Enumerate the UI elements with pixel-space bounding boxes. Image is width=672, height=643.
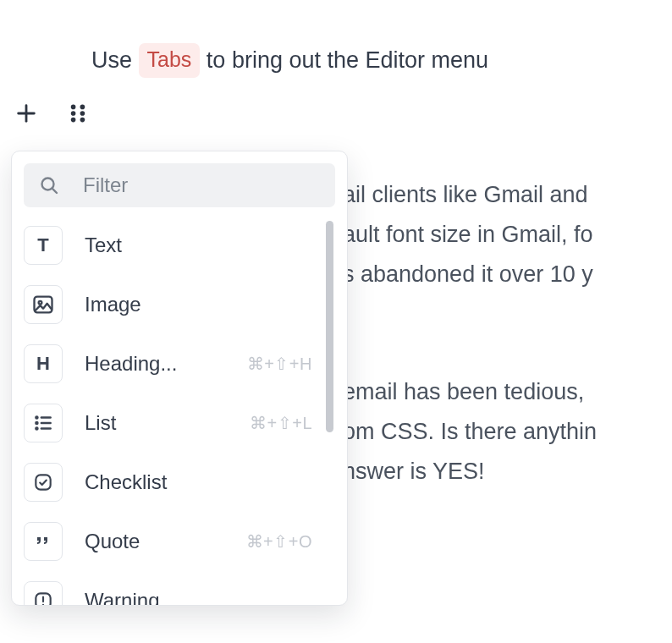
svg-point-7 [80, 118, 85, 123]
menu-item-label: Warning [85, 589, 333, 606]
svg-point-3 [80, 105, 85, 110]
menu-item-heading[interactable]: H Heading... ⌘+⇧+H [24, 339, 335, 388]
add-block-button[interactable] [14, 102, 38, 125]
tabs-badge: Tabs [139, 43, 201, 78]
menu-item-checklist[interactable]: Checklist [24, 458, 335, 507]
svg-point-4 [71, 111, 76, 116]
menu-list: T Text Image H Heading... ⌘+⇧+H List ⌘+⇧… [24, 221, 335, 606]
menu-item-shortcut: ⌘+⇧+O [246, 531, 333, 552]
menu-item-image[interactable]: Image [24, 280, 335, 329]
menu-item-label: Heading... [85, 352, 225, 376]
list-icon [24, 404, 63, 442]
svg-point-11 [39, 301, 42, 305]
bg-line: om CSS. Is there anythin [343, 412, 672, 452]
menu-item-quote[interactable]: Quote ⌘+⇧+O [24, 517, 335, 566]
bg-line: email has been tedious, [343, 372, 672, 412]
plus-icon [14, 102, 38, 125]
instruction-suffix: to bring out the Editor menu [207, 47, 488, 73]
text-icon: T [24, 226, 63, 265]
menu-item-text[interactable]: T Text [24, 221, 335, 270]
filter-field-wrapper[interactable] [24, 163, 335, 207]
drag-handle-icon [69, 102, 87, 124]
svg-point-6 [71, 118, 76, 123]
menu-item-shortcut: ⌘+⇧+L [250, 413, 333, 433]
bg-line: nswer is YES! [343, 452, 672, 492]
instruction-line: Use Tabs to bring out the Editor menu [91, 44, 488, 79]
svg-point-21 [42, 604, 44, 606]
svg-point-14 [36, 427, 37, 429]
bg-line: ail clients like Gmail and [343, 175, 672, 215]
search-icon [39, 175, 59, 195]
svg-point-13 [36, 422, 37, 424]
image-icon [24, 285, 63, 324]
svg-point-2 [71, 105, 76, 110]
menu-item-label: Image [85, 293, 333, 316]
warning-icon [24, 581, 63, 606]
scrollbar-thumb[interactable] [326, 221, 333, 432]
menu-item-list[interactable]: List ⌘+⇧+L [24, 398, 335, 448]
svg-point-12 [36, 416, 37, 418]
checklist-icon [24, 463, 63, 502]
bg-line: ault font size in Gmail, fo [343, 215, 672, 255]
heading-icon: H [24, 344, 63, 383]
svg-rect-18 [36, 475, 50, 489]
editor-menu-popup: T Text Image H Heading... ⌘+⇧+H List ⌘+⇧… [11, 151, 348, 606]
menu-item-warning[interactable]: Warning [24, 576, 335, 606]
background-text: ail clients like Gmail and ault font siz… [343, 175, 672, 492]
drag-handle[interactable] [69, 102, 87, 124]
menu-item-shortcut: ⌘+⇧+H [247, 354, 333, 374]
menu-item-label: List [85, 411, 228, 435]
bg-line: s abandoned it over 10 y [343, 255, 672, 294]
svg-point-5 [80, 111, 85, 116]
bg-line-gap [343, 294, 672, 372]
quote-icon [24, 522, 63, 561]
menu-item-label: Quote [85, 530, 224, 553]
menu-item-label: Checklist [85, 470, 333, 494]
block-toolbar [14, 102, 87, 125]
filter-input[interactable] [83, 173, 336, 197]
menu-item-label: Text [85, 234, 333, 257]
svg-line-9 [52, 189, 57, 193]
instruction-prefix: Use [91, 47, 132, 73]
